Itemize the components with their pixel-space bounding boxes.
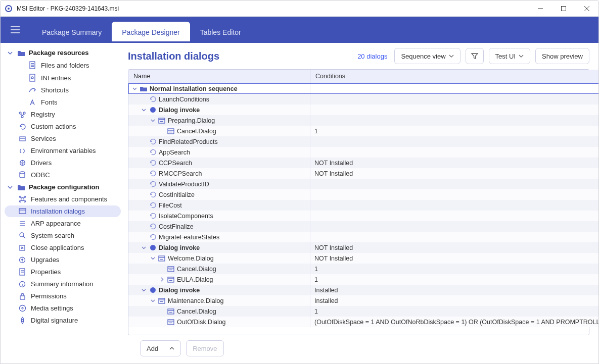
sidebar-item-label: Media settings [31, 304, 73, 312]
table-row[interactable]: CostInitialize [128, 189, 599, 200]
content-pane: Installation dialogs 20 dialogs Sequence… [124, 43, 598, 363]
action-icon [149, 212, 157, 220]
sidebar-item[interactable]: ARP appearance [5, 218, 121, 229]
svg-point-16 [23, 112, 25, 114]
arp-icon [18, 220, 27, 227]
sidebar-item[interactable]: Properties [5, 266, 121, 278]
registry-icon [18, 111, 27, 118]
folder-icon [17, 49, 26, 57]
sidebar-item[interactable]: Upgrades [5, 254, 121, 266]
svg-point-26 [19, 201, 21, 202]
table-row[interactable]: Dialog invokeInstalled [128, 285, 599, 295]
signature-icon [18, 317, 27, 324]
table-row[interactable]: Preparing.Dialog [128, 115, 599, 126]
sidebar-group-resources[interactable]: Package resources [5, 47, 121, 59]
sidebar-item[interactable]: Media settings [5, 302, 121, 314]
show-preview-button[interactable]: Show preview [535, 48, 589, 64]
sidebar-item[interactable]: Features and components [5, 193, 121, 205]
table-row[interactable]: CCPSearchNOT Installed [128, 158, 599, 168]
sidebar-item[interactable]: Environment variables [5, 145, 121, 157]
table-row[interactable]: FileCost [128, 200, 599, 211]
table-row[interactable]: Cancel.Dialog1 [128, 264, 599, 274]
row-condition: 1 [314, 128, 318, 135]
row-condition: NOT Installed [314, 160, 353, 167]
sidebar-item-label: Features and components [31, 195, 107, 203]
table-row[interactable]: OutOfDisk.Dialog(OutOfDiskSpace = 1 AND … [128, 317, 599, 327]
table-row[interactable]: LaunchConditions [128, 94, 599, 105]
table-row[interactable]: IsolateComponents [128, 211, 599, 221]
maximize-button[interactable] [552, 1, 575, 16]
sidebar-item[interactable]: Shortcuts [5, 84, 121, 96]
table-row[interactable]: CostFinalize [128, 221, 599, 232]
table-row[interactable]: Dialog invokeNOT Installed [128, 242, 599, 253]
table-row[interactable]: ValidateProductID [128, 179, 599, 189]
chevron-down-icon[interactable] [150, 298, 156, 303]
test-ui-button[interactable]: Test UI [489, 48, 530, 64]
sidebar-item[interactable]: Registry [5, 109, 121, 120]
table-row[interactable]: FindRelatedProducts [128, 136, 599, 147]
sidebar-item-label: Files and folders [41, 62, 89, 69]
col-conditions[interactable]: Conditions [310, 70, 599, 83]
sidebar-item[interactable]: Summary information [5, 278, 121, 290]
remove-label: Remove [193, 345, 217, 352]
row-name: FileCost [159, 202, 182, 209]
sidebar-item[interactable]: Services [5, 133, 121, 144]
minimize-button[interactable] [529, 1, 552, 16]
sidebar-item[interactable]: Close applications [5, 242, 121, 253]
svg-point-47 [22, 307, 23, 309]
filter-button[interactable] [466, 48, 484, 64]
table-row[interactable]: Cancel.Dialog1 [128, 126, 599, 136]
folder-icon [140, 85, 148, 93]
col-name[interactable]: Name [128, 70, 310, 83]
chevron-down-icon[interactable] [141, 288, 147, 292]
sidebar-item-label: ODBC [31, 171, 50, 179]
row-name: Cancel.Dialog [177, 266, 216, 273]
close-button[interactable] [575, 1, 598, 16]
dialog-invoke-icon [149, 244, 157, 252]
menu-button[interactable] [5, 17, 26, 43]
chevron-right-icon[interactable] [159, 277, 165, 282]
table-row[interactable]: Dialog invoke [128, 105, 599, 115]
table-row[interactable]: EULA.Dialog1 [128, 274, 599, 285]
chevron-down-icon[interactable] [150, 118, 156, 123]
table-row[interactable]: RMCCPSearchNOT Installed [128, 168, 599, 179]
sidebar-item[interactable]: Custom actions [5, 121, 121, 132]
row-condition: NOT Installed [314, 244, 353, 251]
dialogs-icon [18, 208, 27, 215]
view-mode-dropdown[interactable]: Sequence view [394, 48, 460, 64]
add-button[interactable]: Add [140, 340, 181, 356]
table-row[interactable]: Welcome.DialogNOT Installed [128, 253, 599, 264]
tab-package-summary[interactable]: Package Summary [32, 22, 112, 43]
row-name: AppSearch [159, 149, 190, 156]
sidebar-group-configuration[interactable]: Package configuration [5, 181, 121, 193]
sidebar-item[interactable]: INI entries [5, 72, 121, 84]
sidebar-item[interactable]: Files and folders [5, 59, 121, 71]
table-row[interactable]: Normal installation sequence [128, 83, 599, 94]
upgrade-icon [18, 256, 27, 264]
sidebar-item[interactable]: Permissions [5, 290, 121, 302]
sidebar-item[interactable]: System search [5, 230, 121, 241]
sidebar-item[interactable]: Installation dialogs [5, 205, 121, 217]
chevron-down-icon[interactable] [131, 86, 137, 91]
table-row[interactable]: AppSearch [128, 147, 599, 158]
row-name: ValidateProductID [159, 181, 209, 188]
table-row[interactable]: MigrateFeatureStates [128, 232, 599, 242]
chevron-down-icon[interactable] [141, 108, 147, 112]
dialog-icon [167, 276, 175, 284]
table-row[interactable]: Cancel.Dialog1 [128, 306, 599, 317]
tab-tables-editor[interactable]: Tables Editor [190, 22, 251, 43]
svg-rect-52 [168, 129, 174, 134]
tab-package-designer[interactable]: Package Designer [112, 22, 190, 43]
main-tabs: Package Summary Package Designer Tables … [32, 17, 251, 43]
remove-button[interactable]: Remove [186, 340, 223, 356]
service-icon [18, 135, 27, 142]
sidebar-item[interactable]: Digital signature [5, 315, 121, 326]
sidebar-item[interactable]: Fonts [5, 96, 121, 108]
odbc-icon [18, 171, 27, 179]
chevron-down-icon[interactable] [150, 256, 156, 261]
sidebar-item[interactable]: ODBC [5, 169, 121, 181]
table-row[interactable]: Maintenance.DialogInstalled [128, 295, 599, 306]
chevron-down-icon[interactable] [141, 245, 147, 250]
action-icon [149, 180, 157, 188]
sidebar-item[interactable]: Drivers [5, 157, 121, 169]
